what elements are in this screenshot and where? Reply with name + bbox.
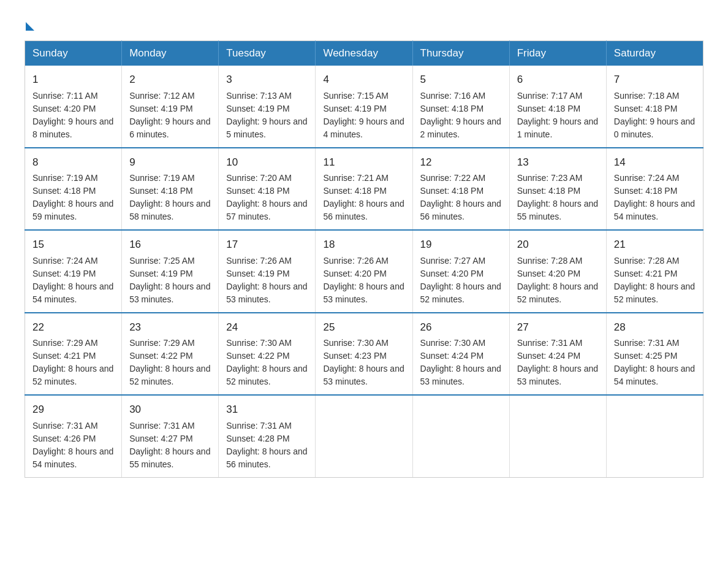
calendar-cell: 9 Sunrise: 7:19 AMSunset: 4:18 PMDayligh… (122, 148, 219, 231)
day-number: 1 (32, 72, 114, 88)
day-info: Sunrise: 7:29 AMSunset: 4:22 PMDaylight:… (129, 338, 210, 386)
calendar-cell: 25 Sunrise: 7:30 AMSunset: 4:23 PMDaylig… (316, 313, 412, 396)
day-info: Sunrise: 7:24 AMSunset: 4:19 PMDaylight:… (32, 256, 113, 304)
day-number: 13 (517, 155, 599, 170)
day-info: Sunrise: 7:13 AMSunset: 4:19 PMDaylight:… (226, 91, 307, 139)
day-number: 2 (129, 72, 211, 88)
calendar-cell: 5 Sunrise: 7:16 AMSunset: 4:18 PMDayligh… (412, 66, 509, 148)
day-number: 27 (517, 320, 599, 335)
calendar-cell (412, 395, 509, 477)
day-info: Sunrise: 7:15 AMSunset: 4:19 PMDaylight:… (323, 91, 404, 139)
day-info: Sunrise: 7:30 AMSunset: 4:22 PMDaylight:… (226, 338, 307, 386)
calendar-cell: 30 Sunrise: 7:31 AMSunset: 4:27 PMDaylig… (122, 395, 219, 477)
day-info: Sunrise: 7:31 AMSunset: 4:26 PMDaylight:… (32, 421, 113, 469)
calendar-cell: 15 Sunrise: 7:24 AMSunset: 4:19 PMDaylig… (25, 230, 122, 313)
calendar-table: SundayMondayTuesdayWednesdayThursdayFrid… (25, 40, 703, 478)
day-info: Sunrise: 7:22 AMSunset: 4:18 PMDaylight:… (420, 173, 501, 221)
calendar-cell: 14 Sunrise: 7:24 AMSunset: 4:18 PMDaylig… (606, 148, 703, 231)
day-number: 22 (32, 320, 114, 335)
calendar-cell: 3 Sunrise: 7:13 AMSunset: 4:19 PMDayligh… (219, 66, 316, 148)
day-number: 28 (614, 320, 696, 335)
day-info: Sunrise: 7:18 AMSunset: 4:18 PMDaylight:… (614, 91, 695, 139)
day-info: Sunrise: 7:19 AMSunset: 4:18 PMDaylight:… (32, 173, 113, 221)
weekday-header-wednesday: Wednesday (316, 41, 412, 66)
day-info: Sunrise: 7:23 AMSunset: 4:18 PMDaylight:… (517, 173, 598, 221)
calendar-cell: 31 Sunrise: 7:31 AMSunset: 4:28 PMDaylig… (219, 395, 316, 477)
day-number: 5 (420, 72, 502, 88)
calendar-cell: 1 Sunrise: 7:11 AMSunset: 4:20 PMDayligh… (25, 66, 122, 148)
calendar-cell: 23 Sunrise: 7:29 AMSunset: 4:22 PMDaylig… (122, 313, 219, 396)
day-info: Sunrise: 7:29 AMSunset: 4:21 PMDaylight:… (32, 338, 113, 386)
day-number: 15 (32, 237, 114, 253)
logo-arrow-icon (26, 22, 34, 31)
calendar-cell: 16 Sunrise: 7:25 AMSunset: 4:19 PMDaylig… (122, 230, 219, 313)
day-info: Sunrise: 7:26 AMSunset: 4:20 PMDaylight:… (323, 256, 404, 304)
day-number: 30 (129, 402, 211, 418)
day-info: Sunrise: 7:30 AMSunset: 4:23 PMDaylight:… (323, 338, 404, 386)
day-info: Sunrise: 7:26 AMSunset: 4:19 PMDaylight:… (226, 256, 307, 304)
calendar-header-row: SundayMondayTuesdayWednesdayThursdayFrid… (25, 41, 703, 66)
day-info: Sunrise: 7:19 AMSunset: 4:18 PMDaylight:… (129, 173, 210, 221)
page-header (25, 18, 703, 28)
day-number: 31 (226, 402, 308, 418)
calendar-cell: 2 Sunrise: 7:12 AMSunset: 4:19 PMDayligh… (122, 66, 219, 148)
calendar-cell: 7 Sunrise: 7:18 AMSunset: 4:18 PMDayligh… (606, 66, 703, 148)
calendar-cell: 8 Sunrise: 7:19 AMSunset: 4:18 PMDayligh… (25, 148, 122, 231)
day-number: 23 (129, 320, 211, 335)
calendar-cell: 24 Sunrise: 7:30 AMSunset: 4:22 PMDaylig… (219, 313, 316, 396)
day-number: 6 (517, 72, 599, 88)
day-number: 25 (323, 320, 404, 335)
weekday-header-tuesday: Tuesday (219, 41, 316, 66)
day-info: Sunrise: 7:27 AMSunset: 4:20 PMDaylight:… (420, 256, 501, 304)
day-info: Sunrise: 7:28 AMSunset: 4:20 PMDaylight:… (517, 256, 598, 304)
day-number: 18 (323, 237, 404, 253)
day-number: 17 (226, 237, 308, 253)
calendar-week-row: 29 Sunrise: 7:31 AMSunset: 4:26 PMDaylig… (25, 395, 703, 477)
day-number: 12 (420, 155, 502, 170)
day-number: 26 (420, 320, 502, 335)
day-info: Sunrise: 7:17 AMSunset: 4:18 PMDaylight:… (517, 91, 598, 139)
day-number: 21 (614, 237, 696, 253)
weekday-header-friday: Friday (509, 41, 606, 66)
day-number: 3 (226, 72, 308, 88)
day-number: 9 (129, 155, 211, 170)
calendar-cell: 29 Sunrise: 7:31 AMSunset: 4:26 PMDaylig… (25, 395, 122, 477)
calendar-week-row: 15 Sunrise: 7:24 AMSunset: 4:19 PMDaylig… (25, 230, 703, 313)
day-info: Sunrise: 7:31 AMSunset: 4:27 PMDaylight:… (129, 421, 210, 469)
day-number: 11 (323, 155, 404, 170)
calendar-cell: 28 Sunrise: 7:31 AMSunset: 4:25 PMDaylig… (606, 313, 703, 396)
calendar-cell: 18 Sunrise: 7:26 AMSunset: 4:20 PMDaylig… (316, 230, 412, 313)
day-number: 4 (323, 72, 404, 88)
calendar-cell: 12 Sunrise: 7:22 AMSunset: 4:18 PMDaylig… (412, 148, 509, 231)
calendar-cell: 11 Sunrise: 7:21 AMSunset: 4:18 PMDaylig… (316, 148, 412, 231)
day-number: 20 (517, 237, 599, 253)
calendar-cell: 4 Sunrise: 7:15 AMSunset: 4:19 PMDayligh… (316, 66, 412, 148)
day-number: 19 (420, 237, 502, 253)
day-info: Sunrise: 7:20 AMSunset: 4:18 PMDaylight:… (226, 173, 307, 221)
day-number: 14 (614, 155, 696, 170)
calendar-cell: 17 Sunrise: 7:26 AMSunset: 4:19 PMDaylig… (219, 230, 316, 313)
calendar-cell: 27 Sunrise: 7:31 AMSunset: 4:24 PMDaylig… (509, 313, 606, 396)
day-info: Sunrise: 7:28 AMSunset: 4:21 PMDaylight:… (614, 256, 695, 304)
weekday-header-thursday: Thursday (412, 41, 509, 66)
weekday-header-saturday: Saturday (606, 41, 703, 66)
calendar-cell (316, 395, 412, 477)
calendar-cell (509, 395, 606, 477)
day-number: 16 (129, 237, 211, 253)
day-info: Sunrise: 7:11 AMSunset: 4:20 PMDaylight:… (32, 91, 113, 139)
calendar-week-row: 1 Sunrise: 7:11 AMSunset: 4:20 PMDayligh… (25, 66, 703, 148)
day-info: Sunrise: 7:30 AMSunset: 4:24 PMDaylight:… (420, 338, 501, 386)
day-info: Sunrise: 7:16 AMSunset: 4:18 PMDaylight:… (420, 91, 501, 139)
calendar-cell: 10 Sunrise: 7:20 AMSunset: 4:18 PMDaylig… (219, 148, 316, 231)
day-info: Sunrise: 7:31 AMSunset: 4:24 PMDaylight:… (517, 338, 598, 386)
calendar-cell (606, 395, 703, 477)
day-info: Sunrise: 7:31 AMSunset: 4:25 PMDaylight:… (614, 338, 695, 386)
calendar-cell: 20 Sunrise: 7:28 AMSunset: 4:20 PMDaylig… (509, 230, 606, 313)
day-number: 10 (226, 155, 308, 170)
calendar-week-row: 22 Sunrise: 7:29 AMSunset: 4:21 PMDaylig… (25, 313, 703, 396)
calendar-cell: 22 Sunrise: 7:29 AMSunset: 4:21 PMDaylig… (25, 313, 122, 396)
day-number: 24 (226, 320, 308, 335)
day-number: 8 (32, 155, 114, 170)
calendar-cell: 21 Sunrise: 7:28 AMSunset: 4:21 PMDaylig… (606, 230, 703, 313)
day-number: 7 (614, 72, 696, 88)
